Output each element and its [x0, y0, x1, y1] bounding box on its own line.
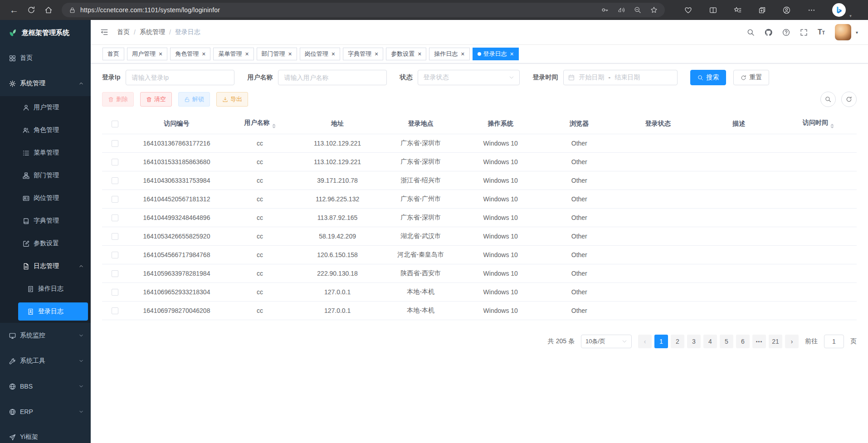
user-avatar[interactable] — [835, 24, 851, 40]
split-screen-icon[interactable] — [709, 6, 717, 14]
reset-button[interactable]: 重置 — [733, 70, 769, 85]
close-icon[interactable]: × — [375, 51, 378, 57]
sidebar-item-param[interactable]: 参数设置 — [0, 232, 91, 255]
browser-profile-icon[interactable] — [783, 6, 790, 14]
page-button-6[interactable]: 6 — [736, 335, 750, 348]
close-icon[interactable]: × — [245, 51, 249, 57]
tab-post[interactable]: 岗位管理× — [300, 48, 340, 60]
breadcrumb-home[interactable]: 首页 — [117, 28, 130, 36]
address-bar[interactable]: https://ccnetcore.com:1101/system/log/lo… — [62, 3, 665, 17]
close-icon[interactable]: × — [510, 51, 514, 57]
breadcrumb-system[interactable]: 系统管理 — [140, 28, 165, 36]
row-checkbox[interactable] — [112, 196, 118, 203]
add-favorite-icon[interactable] — [650, 6, 658, 14]
tab-user[interactable]: 用户管理× — [127, 48, 167, 60]
row-checkbox[interactable] — [112, 140, 118, 147]
page-jump-input[interactable] — [824, 335, 844, 348]
read-aloud-icon[interactable] — [618, 6, 625, 14]
close-icon[interactable]: × — [159, 51, 162, 57]
more-pages-button[interactable]: ••• — [752, 335, 766, 348]
refresh-table-button[interactable] — [841, 92, 857, 107]
export-button[interactable]: 导出 — [216, 92, 248, 107]
bing-icon[interactable]: ▾ — [832, 3, 846, 17]
sort-carets-icon[interactable] — [830, 124, 834, 128]
column-header[interactable]: 访问时间 — [780, 113, 857, 134]
fullscreen-icon[interactable] — [800, 29, 808, 36]
sidebar-toggle-button[interactable] — [98, 26, 111, 39]
clear-button[interactable]: 清空 — [140, 92, 172, 107]
sidebar-item-monitor[interactable]: 系统监控 — [0, 323, 91, 348]
sidebar-item-system[interactable]: 系统管理 — [0, 71, 91, 96]
close-icon[interactable]: × — [418, 51, 421, 57]
header-search-icon[interactable] — [747, 29, 755, 36]
row-checkbox[interactable] — [112, 233, 118, 240]
password-key-icon[interactable] — [601, 6, 609, 14]
page-button-21[interactable]: 21 — [769, 335, 782, 348]
row-checkbox[interactable] — [112, 177, 118, 184]
sidebar-item-dict[interactable]: 字典管理 — [0, 209, 91, 232]
page-button-1[interactable]: 1 — [654, 335, 668, 348]
sidebar-item-tool[interactable]: 系统工具 — [0, 348, 91, 374]
sidebar-item-role[interactable]: 角色管理 — [0, 119, 91, 141]
browser-back-button[interactable]: ← — [5, 2, 23, 18]
github-icon[interactable] — [765, 29, 772, 36]
table-row[interactable]: 1641069652933218304cc127.0.0.1本地-本机Windo… — [102, 283, 857, 302]
page-button-4[interactable]: 4 — [703, 335, 717, 348]
row-checkbox[interactable] — [112, 289, 118, 296]
toggle-search-button[interactable] — [820, 92, 836, 107]
help-icon[interactable] — [782, 29, 790, 36]
sidebar-item-bbs[interactable]: BBS — [0, 374, 91, 399]
browser-essentials-icon[interactable] — [684, 6, 692, 14]
delete-button[interactable]: 删除 — [102, 92, 134, 107]
user-name-input[interactable] — [278, 70, 387, 85]
sidebar-item-yi[interactable]: Yi框架 — [0, 424, 91, 443]
page-button-5[interactable]: 5 — [720, 335, 733, 348]
row-checkbox[interactable] — [112, 252, 118, 258]
table-row[interactable]: 1641054566717984768cc120.6.150.158河北省-秦皇… — [102, 246, 857, 264]
tab-logininfor[interactable]: 登录日志× — [473, 48, 519, 60]
table-row[interactable]: 1641044993248464896cc113.87.92.165广东省-深圳… — [102, 209, 857, 227]
sort-carets-icon[interactable] — [272, 124, 276, 128]
tab-menu[interactable]: 菜单管理× — [213, 48, 254, 60]
tab-home[interactable]: 首页 — [102, 48, 124, 60]
next-page-button[interactable]: › — [785, 335, 799, 348]
table-row[interactable]: 1641053426655825920cc58.19.42.209湖北省-武汉市… — [102, 227, 857, 246]
tab-role[interactable]: 角色管理× — [170, 48, 210, 60]
favorites-icon[interactable] — [734, 6, 741, 14]
sidebar-item-user[interactable]: 用户管理 — [0, 96, 91, 119]
page-button-2[interactable]: 2 — [671, 335, 684, 348]
row-checkbox[interactable] — [112, 307, 118, 314]
toolbar-caret-icon[interactable]: ▾ — [849, 14, 852, 18]
sidebar-item-post[interactable]: 岗位管理 — [0, 187, 91, 209]
sidebar-item-dept[interactable]: 部门管理 — [0, 164, 91, 187]
collections-icon[interactable] — [758, 6, 766, 14]
sidebar-item-operlog[interactable]: 操作日志 — [0, 277, 91, 300]
browser-refresh-button[interactable] — [23, 2, 40, 18]
login-ip-input[interactable] — [126, 70, 234, 85]
url-text[interactable]: https://ccnetcore.com:1101/system/log/lo… — [80, 6, 597, 14]
tab-param[interactable]: 参数设置× — [386, 48, 426, 60]
close-icon[interactable]: × — [202, 51, 205, 57]
row-checkbox[interactable] — [112, 214, 118, 221]
close-icon[interactable]: × — [288, 51, 292, 57]
status-select[interactable]: 登录状态 — [418, 70, 520, 85]
tab-dict[interactable]: 字典管理× — [343, 48, 383, 60]
select-all-checkbox[interactable] — [112, 121, 118, 127]
page-button-3[interactable]: 3 — [687, 335, 701, 348]
unlock-button[interactable]: 解锁 — [178, 92, 210, 107]
sidebar-item-log[interactable]: 日志管理 — [0, 255, 91, 277]
app-logo[interactable]: 意框架管理系统 — [0, 20, 91, 45]
font-size-icon[interactable]: TT — [818, 28, 825, 36]
sidebar-item-home[interactable]: 首页 — [0, 45, 91, 71]
table-row[interactable]: 1641069798270046208cc127.0.0.1本地-本机Windo… — [102, 302, 857, 320]
tab-dept[interactable]: 部门管理× — [257, 48, 297, 60]
search-button[interactable]: 搜索 — [690, 70, 726, 85]
column-header[interactable]: 用户名称 — [226, 113, 294, 134]
browser-menu-icon[interactable] — [808, 6, 815, 14]
row-checkbox[interactable] — [112, 159, 118, 166]
sidebar-item-menu[interactable]: 菜单管理 — [0, 141, 91, 164]
table-row[interactable]: 1641031367863177216cc113.102.129.221广东省-… — [102, 134, 857, 153]
table-row[interactable]: 1641031533185863680cc113.102.129.221广东省-… — [102, 153, 857, 171]
table-row[interactable]: 1641044520567181312cc112.96.225.132广东省-广… — [102, 190, 857, 209]
sidebar-item-erp[interactable]: ERP — [0, 399, 91, 424]
